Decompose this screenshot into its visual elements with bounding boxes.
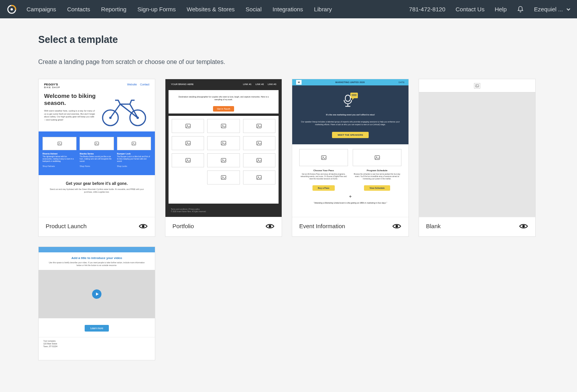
t2-brand: YOUR BRAND HERE — [171, 83, 194, 85]
template-thumbnail: PEGGY'S BIKE SHOP WebsiteContact Welcome… — [39, 79, 155, 217]
brand-logo[interactable] — [6, 4, 17, 15]
nav-signup-forms[interactable]: Sign-up Forms — [137, 6, 176, 12]
user-name: Ezequiel ... — [534, 6, 563, 12]
nav-websites-stores[interactable]: Websites & Stores — [187, 6, 235, 12]
preview-icon[interactable] — [138, 223, 148, 229]
image-placeholder-icon — [172, 119, 204, 133]
image-placeholder-icon — [243, 119, 275, 133]
t2-links: LINK #1LINK #2LINK #3 — [243, 83, 276, 85]
t1-cta-title: Get your gear before it's all gone. — [46, 181, 147, 186]
t3-hero-button: MEET THE SPEAKERS — [332, 132, 368, 138]
t1-cta-body: Stand out and stay hydrated with the Gre… — [46, 188, 147, 193]
preview-icon[interactable] — [392, 223, 401, 229]
template-card-product-launch[interactable]: PEGGY'S BIKE SHOP WebsiteContact Welcome… — [38, 79, 155, 237]
t3-quote: "Attending a Marketing United event is l… — [292, 202, 408, 207]
svg-rect-9 — [350, 92, 358, 98]
image-placeholder-icon — [207, 136, 240, 150]
template-thumbnail — [419, 79, 535, 217]
svg-rect-12 — [345, 95, 350, 101]
t5-video-placeholder — [39, 270, 155, 318]
image-placeholder-icon — [172, 136, 204, 150]
t3-logo: M — [296, 80, 302, 85]
bell-icon[interactable] — [517, 6, 524, 13]
image-placeholder-icon — [299, 149, 348, 166]
image-placeholder-icon — [80, 137, 114, 150]
chevron-down-icon — [566, 7, 571, 12]
nav-reporting[interactable]: Reporting — [101, 6, 126, 12]
nav-social[interactable]: Social — [246, 6, 262, 12]
page-title: Select a template — [38, 34, 539, 45]
t1-links: WebsiteContact — [127, 83, 149, 86]
main-content: Select a template Create a landing page … — [0, 18, 577, 384]
preview-icon[interactable] — [265, 223, 275, 229]
template-label: Blank — [426, 223, 441, 229]
template-grid: PEGGY'S BIKE SHOP WebsiteContact Welcome… — [38, 79, 539, 360]
t3-hero-body: Our speaker lineup includes a talented g… — [300, 121, 401, 126]
nav-integrations[interactable]: Integrations — [272, 6, 303, 12]
t5-desc: Use this space to briefly describe your … — [46, 261, 147, 267]
nav-contacts[interactable]: Contacts — [67, 6, 90, 12]
nav-right: 781-472-8120 Contact Us Help Ezequiel ..… — [409, 6, 571, 13]
svg-point-8 — [137, 117, 139, 119]
template-card-event-information[interactable]: M MARKETING UNITED 2020 DATE — [292, 79, 409, 237]
t1-headline: Welcome to biking season. — [44, 92, 96, 106]
play-icon — [92, 289, 101, 299]
image-placeholder-icon — [353, 149, 401, 166]
nav-help[interactable]: Help — [495, 6, 507, 12]
template-card-blank[interactable]: Blank — [419, 79, 536, 237]
t2-image-grid — [169, 116, 279, 204]
top-nav: Campaigns Contacts Reporting Sign-up For… — [0, 0, 577, 18]
nav-campaigns[interactable]: Campaigns — [27, 6, 56, 12]
t1-body: With warm weather here, cycling is a way… — [44, 110, 96, 122]
template-thumbnail: M MARKETING UNITED 2020 DATE — [292, 79, 408, 217]
t2-intro: Destination wedding photographer for cou… — [177, 96, 270, 101]
svg-point-4 — [11, 8, 13, 11]
image-placeholder-icon — [172, 153, 204, 167]
t2-button: Get in Touch — [213, 106, 234, 112]
t5-title: Add a title to introduce your video — [46, 256, 147, 260]
template-thumbnail: YOUR BRAND HERE LINK #1LINK #2LINK #3 De… — [165, 79, 282, 217]
nav-contact-us[interactable]: Contact Us — [456, 6, 485, 12]
image-placeholder-icon — [474, 83, 480, 89]
nav-left: Campaigns Contacts Reporting Sign-up For… — [27, 6, 332, 12]
page-subtitle: Create a landing page from scratch or ch… — [38, 59, 539, 66]
image-placeholder-icon — [207, 170, 240, 184]
nav-library[interactable]: Library — [314, 6, 332, 12]
template-label: Event Information — [299, 223, 345, 229]
image-placeholder-icon — [43, 137, 76, 150]
image-placeholder-icon — [243, 153, 275, 167]
svg-point-7 — [109, 117, 112, 119]
image-placeholder-icon — [243, 170, 275, 184]
bicycle-icon — [99, 92, 149, 128]
template-card-video[interactable]: Add a title to introduce your video Use … — [38, 247, 155, 360]
template-label: Product Launch — [46, 223, 87, 229]
t3-plus: + — [292, 194, 408, 202]
template-thumbnail: Add a title to introduce your video Use … — [39, 247, 155, 360]
image-placeholder-icon — [117, 137, 151, 150]
image-placeholder-icon — [243, 136, 275, 150]
template-card-portfolio[interactable]: YOUR BRAND HERE LINK #1LINK #2LINK #3 De… — [165, 79, 282, 237]
nav-phone[interactable]: 781-472-8120 — [409, 6, 445, 12]
image-placeholder-icon — [207, 153, 240, 167]
t1-brand: PEGGY'S BIKE SHOP — [44, 83, 60, 89]
image-placeholder-icon — [207, 119, 240, 133]
microphone-chat-icon — [341, 91, 360, 108]
t5-button: Learn more — [85, 325, 108, 332]
template-label: Portfolio — [172, 223, 194, 229]
preview-icon[interactable] — [519, 223, 528, 229]
user-menu[interactable]: Ezequiel ... — [534, 6, 571, 12]
